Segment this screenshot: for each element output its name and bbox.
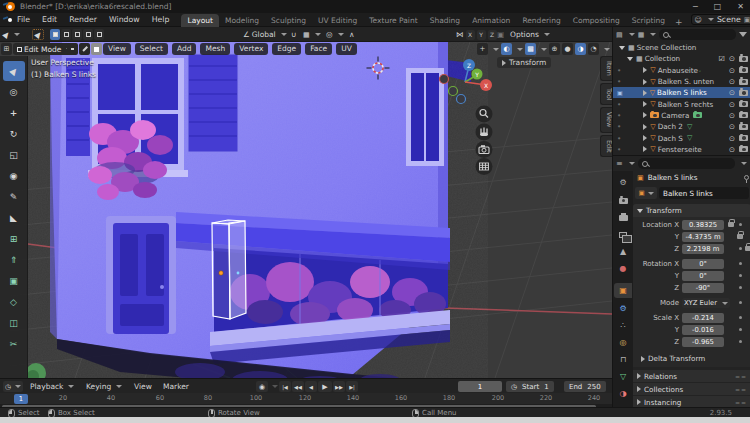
camera-toggle-icon[interactable] [739, 56, 748, 62]
outliner-row-object[interactable]: • ▽ Dach 2 ▽ ⊙ [613, 121, 750, 132]
object-name-field[interactable]: Balken S links [659, 187, 749, 199]
tab-scene[interactable]: ▲ [614, 244, 632, 259]
prev-keyframe-button[interactable]: ◀◀ [292, 381, 304, 392]
workspace-tab-layout[interactable]: Layout [181, 14, 219, 27]
outliner-row-object[interactable]: • ▽ Fensterseite ⊙ [613, 144, 750, 155]
outliner-row-object[interactable]: • ▽ Balken S rechts ⊙ [613, 99, 750, 110]
workspace-tab-texture-paint[interactable]: Texture Paint [363, 14, 423, 27]
edge-select-button[interactable] [79, 43, 90, 55]
animate-dot[interactable] [739, 235, 742, 238]
menu-vertex[interactable]: Vertex [234, 43, 268, 55]
shading-material-button[interactable]: ◑ [575, 43, 586, 55]
tool-inset[interactable]: ▣ [3, 271, 25, 291]
animate-dot[interactable] [739, 301, 742, 304]
marker-menu[interactable]: Marker [163, 381, 189, 392]
rotation-z-field[interactable]: -90° [682, 283, 724, 293]
camera-toggle-icon[interactable] [739, 90, 748, 96]
view-menu[interactable]: View [134, 381, 152, 392]
editor-type-button[interactable]: ⊞ [1, 43, 12, 55]
face-select-button[interactable] [91, 43, 102, 55]
collection-checkbox[interactable]: ☑ [718, 55, 724, 63]
eye-icon[interactable]: ⊙ [729, 54, 735, 63]
outliner-display-mode-icon[interactable]: ▤ [616, 31, 623, 39]
playback-menu[interactable]: Playback [30, 381, 74, 392]
tool-cursor[interactable]: ◎ [3, 82, 25, 102]
menu-face[interactable]: Face [305, 43, 332, 55]
xray-toggle-button[interactable]: ▩ [525, 43, 536, 55]
keying-menu[interactable]: Keying [86, 381, 122, 392]
falloff-dropdown[interactable]: ∧ [349, 29, 355, 40]
tab-tool[interactable]: ⚙ [614, 175, 632, 190]
panel-relations[interactable]: Relations == [633, 370, 750, 382]
shading-wireframe-button[interactable]: ⊕ [549, 43, 560, 55]
camera-toggle-icon[interactable] [739, 67, 748, 73]
snap-toggle[interactable]: ∪ [291, 29, 297, 40]
workspace-tab-sculpting[interactable]: Sculpting [265, 14, 312, 27]
menu-edge[interactable]: Edge [272, 43, 301, 55]
outliner-row-collection[interactable]: ▦ Collection ☑ ⊙ [613, 53, 750, 64]
menu-view[interactable]: View [103, 43, 131, 55]
tab-object-data[interactable]: ▽ [614, 369, 632, 384]
tool-loop-cut[interactable]: ◫ [3, 313, 25, 333]
location-y-field[interactable]: -4.3735 m [682, 232, 724, 242]
outliner-row-scene-collection[interactable]: ▦ Scene Collection [613, 42, 750, 53]
menu-edit[interactable]: Edit [36, 15, 63, 24]
tab-particles[interactable]: ∴ [614, 318, 632, 333]
selected-object-wireframe[interactable] [212, 220, 246, 319]
properties-search-input[interactable] [638, 158, 735, 169]
tool-knife[interactable]: ✂ [3, 334, 25, 354]
proportional-edit-toggle[interactable]: ◎ [326, 29, 344, 40]
camera-toggle-icon[interactable] [739, 112, 748, 118]
camera-toggle-icon[interactable] [739, 79, 748, 85]
workspace-tab-modeling[interactable]: Modeling [219, 14, 265, 27]
mirror-z-button[interactable]: Z [488, 30, 497, 40]
animate-dot[interactable] [739, 340, 742, 343]
jump-to-start-button[interactable]: |◀ [279, 381, 291, 392]
jump-to-end-button[interactable]: ▶| [346, 381, 358, 392]
outliner-row-object[interactable]: • ▽ Balken S. unten ⊙ [613, 76, 750, 87]
tool-measure[interactable]: ◣ [3, 208, 25, 228]
select-mode-subtract-button[interactable] [72, 29, 82, 40]
tool-extrude[interactable]: ⇑ [3, 250, 25, 270]
close-button[interactable]: ✕ [737, 2, 744, 11]
tab-material[interactable]: ◑ [614, 386, 632, 401]
tool-rotate[interactable]: ↻ [3, 124, 25, 144]
camera-toggle-icon[interactable] [739, 124, 748, 130]
workspace-tab-animation[interactable]: Animation [466, 14, 516, 27]
scale-z-field[interactable]: -0.965 [682, 337, 724, 347]
eye-icon[interactable]: ⊙ [729, 111, 735, 120]
scale-x-field[interactable]: -0.214 [682, 313, 724, 323]
shading-rendered-button[interactable]: ◔ [588, 43, 599, 55]
animate-dot[interactable] [739, 328, 742, 331]
eye-icon[interactable]: ⊙ [729, 100, 735, 109]
timeline-ruler[interactable]: 1 20 40 60 80 100 120 140 160 180 200 22… [0, 393, 612, 404]
workspace-tab-rendering[interactable]: Rendering [516, 14, 566, 27]
workspace-tab-uv-editing[interactable]: UV Editing [312, 14, 363, 27]
lock-icon[interactable] [745, 246, 750, 251]
menu-select[interactable]: Select [135, 43, 168, 55]
location-z-field[interactable]: 2.2198 m [682, 244, 724, 254]
menu-window[interactable]: Window [103, 15, 146, 24]
tool-transform[interactable]: ◉ [3, 166, 25, 186]
animate-dot[interactable] [739, 262, 742, 265]
outliner-search-input[interactable] [659, 29, 736, 40]
menu-help[interactable]: Help [146, 15, 176, 24]
rotation-x-field[interactable]: 0° [682, 259, 724, 269]
tool-add-cube[interactable]: ⊞ [3, 229, 25, 249]
menu-uv[interactable]: UV [336, 43, 357, 55]
filter-icon[interactable] [739, 32, 747, 37]
tab-view-layer[interactable] [614, 227, 632, 242]
transform-orientation-dropdown[interactable]: ∠ Global [243, 29, 287, 40]
animate-dot[interactable] [739, 274, 742, 277]
maximize-button[interactable]: □ [714, 2, 722, 11]
tab-modifiers[interactable]: ⚙ [614, 301, 632, 316]
animate-dot[interactable] [739, 316, 742, 319]
tool-annotate[interactable]: ✎ [3, 187, 25, 207]
add-workspace-button[interactable]: + [671, 17, 687, 27]
current-frame-indicator[interactable]: 1 [14, 394, 28, 404]
rotation-mode-dropdown[interactable]: XYZ Euler [682, 298, 730, 308]
eye-icon[interactable]: ⊙ [729, 122, 735, 131]
tab-output[interactable] [614, 210, 632, 225]
camera-toggle-icon[interactable] [739, 146, 748, 152]
play-button[interactable]: ▶ [318, 381, 332, 392]
